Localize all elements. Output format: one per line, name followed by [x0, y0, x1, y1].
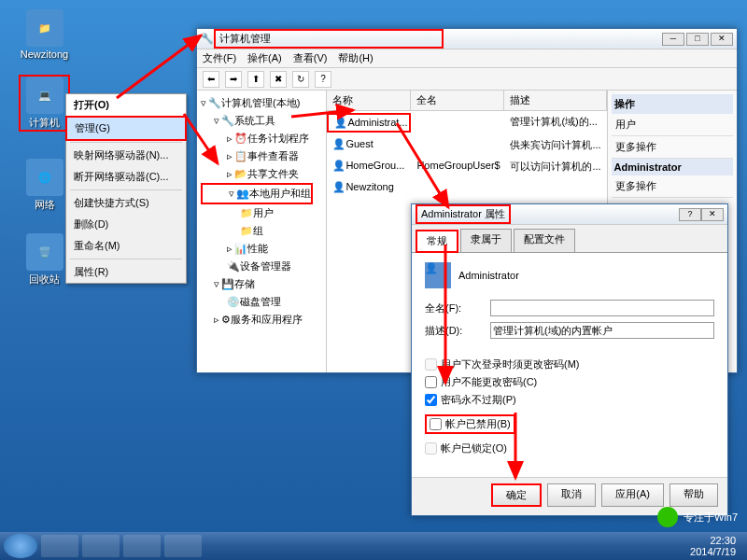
ok-button[interactable]: 确定 [491, 483, 542, 507]
ctx-delete[interactable]: 删除(D) [66, 214, 186, 235]
chk-disabled[interactable]: 帐户已禁用(B) [425, 414, 515, 434]
user-icon: 👤 [425, 262, 451, 288]
prop-title-text: Administrator 属性 [416, 204, 511, 224]
prop-tabs: 常规 隶属于 配置文件 [412, 225, 727, 253]
actions-title: 操作 [612, 94, 733, 114]
tray-date: 2014/7/19 [690, 546, 736, 557]
menu-action[interactable]: 操作(A) [247, 51, 282, 65]
ctx-manage[interactable]: 管理(G) [65, 116, 187, 141]
up-button[interactable]: ⬆ [247, 71, 264, 88]
menu-bar: 文件(F) 操作(A) 查看(V) 帮助(H) [197, 49, 737, 68]
tree-systools[interactable]: ▿🔧系统工具 [201, 112, 322, 130]
actions-more2[interactable]: 更多操作 [612, 175, 733, 198]
toolbar: ⬅ ➡ ⬆ ✖ ↻ ? [197, 68, 737, 91]
chk-never-expire[interactable]: 密码永不过期(P) [425, 393, 714, 407]
ctx-disconnect[interactable]: 断开网络驱动器(C)... [66, 166, 186, 188]
apply-button[interactable]: 应用(A) [601, 483, 664, 507]
refresh-button[interactable]: ↻ [292, 71, 309, 88]
tree-disk[interactable]: 💿磁盘管理 [201, 293, 322, 311]
desktop-icon-computer[interactable]: 💻计算机 [19, 75, 70, 132]
menu-help[interactable]: 帮助(H) [338, 51, 373, 65]
actions-user[interactable]: 用户 [612, 114, 733, 136]
desktop-icon-network[interactable]: 🌐网络 [19, 159, 70, 212]
app-icon: 🔧 [201, 33, 214, 45]
tree-devmgr[interactable]: 🔌设备管理器 [201, 258, 322, 275]
prop-username: Administrator [458, 270, 519, 281]
prop-titlebar[interactable]: Administrator 属性 ? ✕ [412, 204, 727, 225]
prop-close-button[interactable]: ✕ [701, 208, 724, 221]
tree-task[interactable]: ▹⏰任务计划程序 [201, 130, 322, 147]
desc-input[interactable] [490, 322, 714, 339]
tree-root[interactable]: ▿🔧计算机管理(本地) [201, 94, 322, 112]
help-button[interactable]: ? [315, 71, 331, 88]
computer-icon: 💻 [26, 77, 63, 114]
svg-line-1 [117, 35, 201, 98]
task-ie[interactable] [41, 535, 78, 557]
chk-must-change[interactable]: 用户下次登录时须更改密码(M) [425, 357, 714, 371]
menu-file[interactable]: 文件(F) [203, 51, 236, 65]
tray-time: 22:30 [690, 535, 736, 546]
wechat-icon [657, 507, 678, 527]
context-menu: 打开(O) 管理(G) 映射网络驱动器(N)... 断开网络驱动器(C)... … [65, 93, 187, 284]
network-icon: 🌐 [26, 159, 63, 196]
taskbar: 22:30 2014/7/19 [0, 532, 747, 560]
desktop-icon-recycle[interactable]: 🗑️回收站 [19, 233, 70, 287]
back-button[interactable]: ⬅ [203, 71, 219, 88]
tree-services[interactable]: ▹⚙服务和应用程序 [201, 311, 322, 329]
list-row[interactable]: 👤HomeGrou...HomeGroupUser$可以访问计算机的... [327, 156, 606, 177]
fwd-button[interactable]: ➡ [225, 71, 242, 88]
chk-cannot-change[interactable]: 用户不能更改密码(C) [425, 375, 714, 389]
ctx-open[interactable]: 打开(O) [66, 94, 186, 117]
tree-shared[interactable]: ▹📂共享文件夹 [201, 165, 322, 183]
minimize-button[interactable]: ─ [662, 33, 684, 46]
start-button[interactable] [4, 534, 37, 558]
desktop-icon-newzitong[interactable]: 📁Newzitong [19, 9, 70, 60]
system-tray[interactable]: 22:30 2014/7/19 [690, 535, 743, 557]
recycle-icon: 🗑️ [26, 233, 63, 271]
task-explorer[interactable] [82, 535, 120, 557]
properties-dialog: Administrator 属性 ? ✕ 常规 隶属于 配置文件 👤 Admin… [411, 203, 728, 516]
task-media[interactable] [123, 535, 161, 557]
ctx-shortcut[interactable]: 创建快捷方式(S) [66, 192, 186, 214]
menu-view[interactable]: 查看(V) [293, 51, 328, 65]
brand-watermark: 专注于Win7 [657, 507, 738, 527]
ctx-rename[interactable]: 重命名(M) [66, 235, 186, 257]
list-row[interactable]: 👤Newzitong [327, 177, 606, 197]
list-row[interactable]: 👤Administrat...管理计算机(域)的... [327, 111, 606, 134]
col-desc[interactable]: 描述 [504, 91, 606, 110]
col-name[interactable]: 名称 [327, 91, 411, 110]
fullname-label: 全名(F): [425, 301, 490, 315]
tree-storage[interactable]: ▿💾存储 [201, 275, 322, 293]
tree-event[interactable]: ▹📋事件查看器 [201, 147, 322, 165]
maximize-button[interactable]: □ [686, 33, 709, 46]
prop-body: 👤 Administrator 全名(F): 描述(D): 用户下次登录时须更改… [412, 253, 727, 477]
actions-admin: Administrator [612, 159, 733, 175]
prop-help-button[interactable]: ? [679, 208, 701, 221]
actions-more[interactable]: 更多操作 [612, 136, 733, 159]
tree-perf[interactable]: ▹📊性能 [201, 240, 322, 258]
desc-label: 描述(D): [425, 324, 490, 338]
close-button[interactable]: ✕ [711, 33, 733, 46]
tree-users[interactable]: 📁用户 [240, 207, 274, 218]
tree-pane[interactable]: ▿🔧计算机管理(本地) ▿🔧系统工具 ▹⏰任务计划程序 ▹📋事件查看器 ▹📂共享… [197, 91, 327, 372]
list-header: 名称 全名 描述 [327, 91, 606, 111]
fullname-input[interactable] [490, 300, 714, 316]
list-row[interactable]: 👤Guest供来宾访问计算机... [327, 134, 606, 156]
window-title: 计算机管理 [214, 29, 444, 49]
tab-general[interactable]: 常规 [416, 230, 458, 253]
ctx-map-drive[interactable]: 映射网络驱动器(N)... [66, 145, 186, 166]
task-mgmt[interactable] [164, 535, 202, 557]
tree-local-users[interactable]: ▿👥本地用户和组 [201, 183, 313, 204]
col-fullname[interactable]: 全名 [411, 91, 504, 110]
stop-button[interactable]: ✖ [270, 71, 287, 88]
ctx-properties[interactable]: 属性(R) [66, 261, 186, 283]
title-bar[interactable]: 🔧 计算机管理 ─ □ ✕ [197, 29, 737, 49]
chk-locked[interactable]: 帐户已锁定(O) [425, 441, 714, 455]
tree-groups[interactable]: 📁组 [201, 222, 322, 240]
cancel-button[interactable]: 取消 [547, 483, 596, 507]
help-btn[interactable]: 帮助 [669, 483, 718, 507]
tab-memberof[interactable]: 隶属于 [460, 229, 512, 252]
tab-profile[interactable]: 配置文件 [514, 229, 575, 252]
folder-icon: 📁 [26, 9, 63, 47]
